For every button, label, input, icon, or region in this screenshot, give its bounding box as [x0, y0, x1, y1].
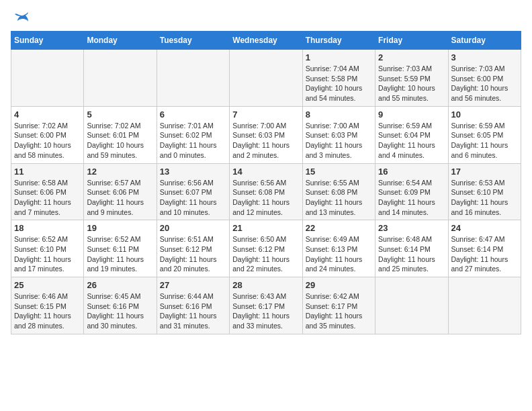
day-number: 18 — [14, 223, 81, 233]
weekday-header-tuesday: Tuesday — [157, 32, 229, 50]
calendar-cell: 11Sunrise: 6:58 AM Sunset: 6:06 PM Dayli… — [11, 163, 84, 220]
weekday-header-monday: Monday — [84, 32, 157, 50]
calendar-cell: 23Sunrise: 6:48 AM Sunset: 6:14 PM Dayli… — [375, 220, 448, 277]
day-info: Sunrise: 6:56 AM Sunset: 6:08 PM Dayligh… — [232, 178, 299, 218]
day-info: Sunrise: 6:59 AM Sunset: 6:05 PM Dayligh… — [451, 121, 518, 161]
day-info: Sunrise: 6:55 AM Sunset: 6:08 PM Dayligh… — [306, 178, 372, 218]
calendar-cell: 10Sunrise: 6:59 AM Sunset: 6:05 PM Dayli… — [448, 106, 521, 163]
day-info: Sunrise: 6:53 AM Sunset: 6:10 PM Dayligh… — [451, 178, 518, 218]
day-number: 3 — [451, 52, 518, 62]
day-number: 10 — [451, 109, 518, 120]
day-info: Sunrise: 6:50 AM Sunset: 6:12 PM Dayligh… — [232, 234, 299, 274]
day-info: Sunrise: 6:58 AM Sunset: 6:06 PM Dayligh… — [14, 178, 81, 218]
logo — [11, 11, 30, 24]
day-number: 24 — [451, 223, 518, 233]
day-number: 13 — [160, 167, 226, 177]
calendar-cell: 20Sunrise: 6:51 AM Sunset: 6:12 PM Dayli… — [157, 220, 229, 277]
calendar-cell: 24Sunrise: 6:47 AM Sunset: 6:14 PM Dayli… — [448, 220, 521, 277]
day-info: Sunrise: 6:45 AM Sunset: 6:16 PM Dayligh… — [87, 291, 153, 331]
calendar-cell — [157, 50, 229, 107]
calendar-cell: 15Sunrise: 6:55 AM Sunset: 6:08 PM Dayli… — [302, 163, 375, 220]
calendar-cell: 3Sunrise: 7:03 AM Sunset: 6:00 PM Daylig… — [448, 50, 521, 107]
day-info: Sunrise: 6:57 AM Sunset: 6:06 PM Dayligh… — [87, 178, 153, 218]
day-number: 14 — [232, 167, 299, 177]
calendar-cell: 9Sunrise: 6:59 AM Sunset: 6:04 PM Daylig… — [375, 106, 448, 163]
weekday-header-friday: Friday — [375, 32, 448, 50]
calendar-cell: 18Sunrise: 6:52 AM Sunset: 6:10 PM Dayli… — [11, 220, 84, 277]
day-info: Sunrise: 6:48 AM Sunset: 6:14 PM Dayligh… — [378, 234, 445, 274]
calendar-cell: 16Sunrise: 6:54 AM Sunset: 6:09 PM Dayli… — [375, 163, 448, 220]
day-info: Sunrise: 6:52 AM Sunset: 6:10 PM Dayligh… — [14, 234, 81, 274]
day-info: Sunrise: 7:02 AM Sunset: 6:00 PM Dayligh… — [14, 121, 81, 161]
day-info: Sunrise: 6:56 AM Sunset: 6:07 PM Dayligh… — [160, 178, 226, 218]
calendar-cell: 26Sunrise: 6:45 AM Sunset: 6:16 PM Dayli… — [84, 277, 157, 334]
calendar-cell — [84, 50, 157, 107]
day-info: Sunrise: 6:54 AM Sunset: 6:09 PM Dayligh… — [378, 178, 445, 218]
logo-bird-icon — [13, 11, 30, 24]
day-number: 23 — [378, 223, 445, 233]
day-number: 12 — [87, 167, 153, 177]
day-info: Sunrise: 6:51 AM Sunset: 6:12 PM Dayligh… — [160, 234, 226, 274]
day-info: Sunrise: 7:01 AM Sunset: 6:02 PM Dayligh… — [160, 121, 226, 161]
day-number: 5 — [87, 109, 153, 120]
weekday-header-saturday: Saturday — [448, 32, 521, 50]
calendar-cell: 27Sunrise: 6:44 AM Sunset: 6:16 PM Dayli… — [157, 277, 229, 334]
day-number: 1 — [306, 52, 372, 62]
calendar-cell — [375, 277, 448, 334]
calendar-cell: 6Sunrise: 7:01 AM Sunset: 6:02 PM Daylig… — [157, 106, 229, 163]
calendar-cell: 5Sunrise: 7:02 AM Sunset: 6:01 PM Daylig… — [84, 106, 157, 163]
day-info: Sunrise: 6:43 AM Sunset: 6:17 PM Dayligh… — [232, 291, 299, 331]
day-number: 26 — [87, 280, 153, 290]
calendar-cell — [448, 277, 521, 334]
day-info: Sunrise: 7:00 AM Sunset: 6:03 PM Dayligh… — [306, 121, 372, 161]
day-number: 29 — [306, 280, 372, 290]
day-number: 17 — [451, 167, 518, 177]
weekday-header-wednesday: Wednesday — [230, 32, 302, 50]
day-info: Sunrise: 6:44 AM Sunset: 6:16 PM Dayligh… — [160, 291, 226, 331]
page-header — [11, 11, 521, 24]
calendar-cell: 25Sunrise: 6:46 AM Sunset: 6:15 PM Dayli… — [11, 277, 84, 334]
day-info: Sunrise: 6:59 AM Sunset: 6:04 PM Dayligh… — [378, 121, 445, 161]
calendar-cell: 28Sunrise: 6:43 AM Sunset: 6:17 PM Dayli… — [230, 277, 302, 334]
calendar-cell: 8Sunrise: 7:00 AM Sunset: 6:03 PM Daylig… — [302, 106, 375, 163]
day-info: Sunrise: 7:02 AM Sunset: 6:01 PM Dayligh… — [87, 121, 153, 161]
day-number: 2 — [378, 52, 445, 62]
day-number: 15 — [306, 167, 372, 177]
calendar-cell: 13Sunrise: 6:56 AM Sunset: 6:07 PM Dayli… — [157, 163, 229, 220]
calendar-cell: 21Sunrise: 6:50 AM Sunset: 6:12 PM Dayli… — [230, 220, 302, 277]
day-info: Sunrise: 6:47 AM Sunset: 6:14 PM Dayligh… — [451, 234, 518, 274]
weekday-header-sunday: Sunday — [11, 32, 84, 50]
day-info: Sunrise: 6:52 AM Sunset: 6:11 PM Dayligh… — [87, 234, 153, 274]
day-number: 7 — [232, 109, 299, 120]
day-number: 9 — [378, 109, 445, 120]
day-number: 25 — [14, 280, 81, 290]
calendar-cell: 2Sunrise: 7:03 AM Sunset: 5:59 PM Daylig… — [375, 50, 448, 107]
day-info: Sunrise: 7:00 AM Sunset: 6:03 PM Dayligh… — [232, 121, 299, 161]
calendar-cell: 17Sunrise: 6:53 AM Sunset: 6:10 PM Dayli… — [448, 163, 521, 220]
day-number: 21 — [232, 223, 299, 233]
day-info: Sunrise: 6:46 AM Sunset: 6:15 PM Dayligh… — [14, 291, 81, 331]
day-number: 27 — [160, 280, 226, 290]
day-number: 4 — [14, 109, 81, 120]
calendar-cell: 19Sunrise: 6:52 AM Sunset: 6:11 PM Dayli… — [84, 220, 157, 277]
calendar-cell: 22Sunrise: 6:49 AM Sunset: 6:13 PM Dayli… — [302, 220, 375, 277]
calendar-cell: 14Sunrise: 6:56 AM Sunset: 6:08 PM Dayli… — [230, 163, 302, 220]
day-number: 16 — [378, 167, 445, 177]
calendar-cell: 4Sunrise: 7:02 AM Sunset: 6:00 PM Daylig… — [11, 106, 84, 163]
calendar-cell: 29Sunrise: 6:42 AM Sunset: 6:17 PM Dayli… — [302, 277, 375, 334]
weekday-header-thursday: Thursday — [302, 32, 375, 50]
day-info: Sunrise: 7:04 AM Sunset: 5:58 PM Dayligh… — [306, 64, 372, 103]
day-number: 28 — [232, 280, 299, 290]
calendar-table: SundayMondayTuesdayWednesdayThursdayFrid… — [11, 31, 521, 334]
calendar-cell: 7Sunrise: 7:00 AM Sunset: 6:03 PM Daylig… — [230, 106, 302, 163]
day-number: 19 — [87, 223, 153, 233]
day-info: Sunrise: 7:03 AM Sunset: 6:00 PM Dayligh… — [451, 64, 518, 103]
calendar-cell — [11, 50, 84, 107]
day-number: 20 — [160, 223, 226, 233]
day-info: Sunrise: 6:42 AM Sunset: 6:17 PM Dayligh… — [306, 291, 372, 331]
day-info: Sunrise: 6:49 AM Sunset: 6:13 PM Dayligh… — [306, 234, 372, 274]
day-info: Sunrise: 7:03 AM Sunset: 5:59 PM Dayligh… — [378, 64, 445, 103]
calendar-cell — [230, 50, 302, 107]
day-number: 6 — [160, 109, 226, 120]
day-number: 22 — [306, 223, 372, 233]
